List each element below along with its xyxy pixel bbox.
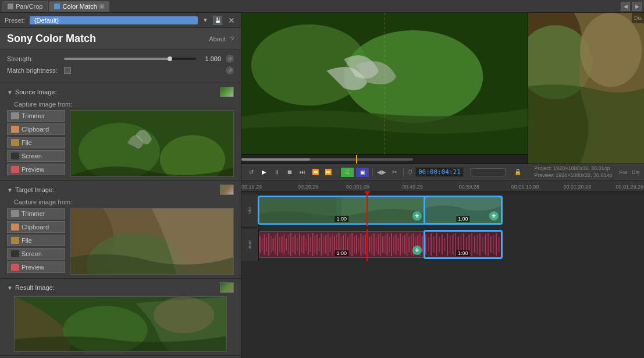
add-marker-btn-2[interactable]: + [489, 211, 499, 221]
ruler-mark-7: 00:01:29:29 [616, 184, 644, 190]
video-track-label: Vid [247, 207, 252, 214]
svg-rect-105 [450, 236, 451, 254]
svg-rect-75 [380, 233, 381, 256]
timeline-area: 00:19:29 00:29:29 00:001:09 00:49:29 00:… [241, 180, 644, 358]
tab-close-btn[interactable]: × [99, 4, 104, 9]
video-clip-1[interactable]: 1:00 + [259, 197, 425, 224]
source-clipboard-label: Clipboard [22, 126, 49, 133]
strength-value: 1.000 [201, 55, 221, 62]
svg-rect-63 [354, 236, 355, 253]
svg-rect-45 [314, 236, 315, 254]
svg-rect-62 [351, 233, 353, 256]
target-triangle-icon[interactable]: ▼ [7, 187, 13, 193]
tab-pan-crop-label: Pan/Crop [16, 3, 42, 10]
mix-btn[interactable]: ▣ [356, 168, 369, 177]
source-triangle-icon[interactable]: ▼ [7, 89, 13, 95]
source-thumb-btn[interactable] [220, 87, 234, 97]
svg-rect-49 [323, 236, 324, 253]
fast-forward-btn[interactable]: ⏩ [323, 167, 333, 178]
result-triangle-icon[interactable]: ▼ [7, 285, 13, 291]
separator-1 [337, 168, 337, 176]
svg-rect-86 [404, 235, 405, 254]
svg-rect-28 [277, 233, 278, 256]
source-clipboard-btn[interactable]: Clipboard [7, 123, 65, 135]
source-trimmer-btn[interactable]: Trimmer [7, 110, 65, 122]
loop-region-btn[interactable]: □ [341, 168, 354, 177]
ruler-mark-3: 00:49:29 [403, 184, 423, 190]
snap-btn[interactable]: 🔒 [513, 167, 523, 178]
svg-rect-36 [294, 235, 296, 254]
preset-label: Preset: [5, 17, 25, 24]
svg-rect-74 [378, 235, 379, 254]
video-track-content[interactable]: 1:00 + 1:00 + [259, 194, 644, 226]
plugin-title: Sony Color Match [7, 33, 96, 45]
target-screen-btn[interactable]: Screen [7, 248, 65, 260]
tab-color-match[interactable]: Color Match × [49, 1, 109, 12]
loop-btn[interactable]: ↺ [246, 167, 257, 178]
strength-reset-btn[interactable]: ↺ [226, 55, 234, 63]
split-btn[interactable]: ✂ [389, 167, 400, 178]
match-brightness-reset-btn[interactable]: ↺ [226, 66, 234, 75]
video-clip-2[interactable]: 1:00 + [425, 197, 501, 224]
strength-slider[interactable] [64, 58, 196, 60]
preset-value[interactable]: {Default} [30, 16, 198, 24]
preset-save-btn[interactable]: 💾 [213, 16, 222, 25]
timecode-input[interactable] [471, 168, 506, 176]
target-preview-btn[interactable]: Preview [7, 261, 65, 273]
about-btn[interactable]: About [209, 36, 226, 42]
video-clip-2-label: 1:00 [456, 216, 470, 222]
result-image-title: Result Image: [15, 284, 55, 291]
pause-btn[interactable]: ⏸ [272, 167, 282, 178]
svg-rect-123 [498, 238, 499, 252]
trim-btn[interactable]: ◀▶ [376, 167, 387, 178]
audio-playhead[interactable] [367, 229, 368, 261]
svg-rect-88 [408, 237, 410, 253]
play-btn[interactable]: ▶ [259, 167, 269, 178]
plugin-header: Sony Color Match About ? [0, 28, 241, 50]
rewind-btn[interactable]: ⏪ [310, 167, 321, 178]
target-thumb-btn[interactable] [220, 185, 234, 195]
audio-add-btn-1[interactable]: + [412, 246, 422, 255]
playhead[interactable] [367, 194, 368, 226]
preset-close-btn[interactable]: ✕ [227, 16, 236, 25]
source-image-header: ▼ Source Image: [7, 87, 234, 97]
svg-rect-103 [444, 238, 445, 251]
preset-dropdown-arrow[interactable]: ▼ [202, 17, 208, 23]
match-brightness-checkbox[interactable] [64, 67, 71, 74]
source-file-btn[interactable]: File [7, 137, 65, 148]
timecode-clock-icon: ⏱ [407, 169, 413, 175]
timecode-display: 00:00:04:21 [415, 167, 464, 177]
tab-ctrl-right[interactable]: ▶ [632, 2, 642, 11]
svg-rect-22 [264, 235, 265, 254]
target-screen-icon [11, 250, 19, 257]
target-trimmer-icon [11, 210, 19, 217]
trimmer-icon [11, 112, 19, 119]
target-capture-layout: Trimmer Clipboard File Screen [7, 208, 234, 275]
result-thumb-btn[interactable] [220, 282, 234, 293]
add-marker-btn-1[interactable]: + [412, 211, 422, 221]
separator-3 [403, 168, 404, 176]
svg-rect-71 [371, 235, 372, 254]
source-screen-label: Screen [22, 153, 42, 159]
separator-2 [372, 168, 373, 176]
target-file-btn[interactable]: File [7, 235, 65, 246]
audio-clip-1[interactable]: 1:00 + [259, 231, 425, 258]
help-btn[interactable]: ? [230, 36, 234, 42]
source-preview-label: Preview [22, 166, 44, 173]
end-btn[interactable]: ⏭ [297, 167, 308, 178]
preset-bar: Preset: {Default} ▼ 💾 ✕ [0, 13, 241, 28]
svg-rect-85 [402, 236, 403, 253]
audio-track-content[interactable]: 1:00 + [259, 229, 644, 261]
stop-btn[interactable]: ⏹ [284, 167, 295, 178]
main-preview [241, 13, 528, 164]
tab-pan-crop[interactable]: Pan/Crop [2, 1, 48, 12]
svg-rect-30 [282, 236, 283, 253]
source-preview-btn[interactable]: Preview [7, 164, 65, 175]
project-info-text: Project: 1920×1080x32, 30.014p [534, 165, 612, 172]
audio-clip-2[interactable]: 1:00 [425, 231, 501, 258]
target-clipboard-btn[interactable]: Clipboard [7, 221, 65, 233]
tab-ctrl-left[interactable]: ◀ [621, 2, 630, 11]
source-screen-btn[interactable]: Screen [7, 150, 65, 162]
target-trimmer-btn[interactable]: Trimmer [7, 208, 65, 219]
svg-rect-99 [433, 236, 435, 253]
